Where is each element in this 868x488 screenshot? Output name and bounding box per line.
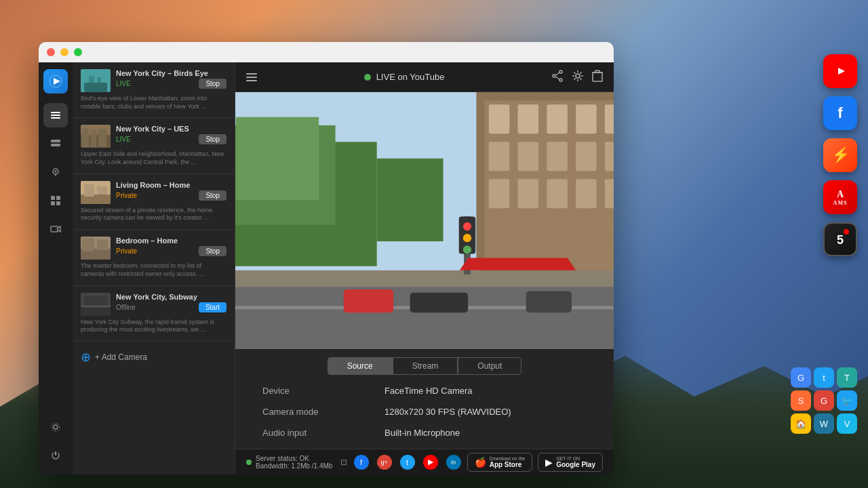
apple-store-icon: 🍎 xyxy=(475,457,486,468)
svg-rect-21 xyxy=(84,83,107,92)
camera-stop-button-0[interactable]: Stop xyxy=(199,79,226,89)
title-bar xyxy=(39,42,614,62)
camera-stop-button-3[interactable]: Stop xyxy=(199,246,226,256)
mini-google-icon[interactable]: G xyxy=(791,367,811,388)
svg-rect-12 xyxy=(51,196,55,200)
camera-item-4[interactable]: New York City, Subway Offline Start New … xyxy=(73,286,235,342)
camera-item-1[interactable]: New York City – UES LIVE Stop Upper East… xyxy=(73,118,235,174)
sidebar-settings-icon[interactable] xyxy=(43,415,68,439)
camera-desc-1: Upper East Side and neighborhood, Manhat… xyxy=(81,150,226,166)
social-facebook-icon[interactable]: f xyxy=(354,455,369,470)
svg-line-44 xyxy=(555,73,559,75)
bandwidth-text: Bandwidth: 1.2Mb /1.4Mb xyxy=(256,462,332,470)
mini-twitter-icon[interactable]: 🐦 xyxy=(837,390,857,411)
svg-rect-7 xyxy=(51,140,60,142)
camera-name-3: Bedroom – Home xyxy=(116,237,226,245)
lightning-dock-icon[interactable]: ⚡ xyxy=(823,138,857,172)
maximize-button[interactable] xyxy=(74,48,82,56)
camera-start-button-4[interactable]: Start xyxy=(199,302,226,312)
social-youtube-icon[interactable]: ▶ xyxy=(423,455,438,470)
social-twitter-icon[interactable]: t xyxy=(400,455,415,470)
sidebar-layers-icon[interactable] xyxy=(43,131,68,156)
device-value: FaceTime HD Camera xyxy=(384,386,587,396)
device-label: Device xyxy=(262,386,384,396)
camera-thumb-3 xyxy=(81,237,111,260)
mini-yellow-icon[interactable]: 🏠 xyxy=(791,413,811,434)
camera-item-3[interactable]: Bedroom – Home Private Stop The master b… xyxy=(73,230,235,285)
social-linkedin-icon[interactable]: in xyxy=(446,455,461,470)
close-button[interactable] xyxy=(47,48,55,56)
tab-output-button[interactable]: Output xyxy=(458,357,521,375)
svg-rect-76 xyxy=(235,270,614,287)
svg-rect-61 xyxy=(547,104,568,134)
delete-icon[interactable] xyxy=(592,70,603,85)
svg-rect-35 xyxy=(82,238,94,251)
tab-stream-button[interactable]: Stream xyxy=(393,357,458,375)
share-icon[interactable] xyxy=(551,70,564,85)
svg-rect-78 xyxy=(410,293,469,312)
mini-g2-icon[interactable]: G xyxy=(814,390,834,411)
mini-t2-icon[interactable]: T xyxy=(837,367,857,388)
apple-app-store-button[interactable]: 🍎 Download on the App Store xyxy=(467,453,533,472)
mini-tumblr-icon[interactable]: t xyxy=(814,367,834,388)
minimize-button[interactable] xyxy=(60,48,68,56)
svg-rect-69 xyxy=(489,179,510,208)
device-info: Device FaceTime HD Camera Camera mode 12… xyxy=(235,375,614,449)
mini-s-icon[interactable]: S xyxy=(791,390,811,411)
sidebar-grid-icon[interactable] xyxy=(43,188,68,213)
status-bar: Server status: OK Bandwidth: 1.2Mb /1.4M… xyxy=(235,449,614,474)
bandwidth-icon: ⊡ xyxy=(340,458,347,467)
camera-stop-button-2[interactable]: Stop xyxy=(199,190,226,201)
app-window: New York City – Birds Eye LIVE Stop Bird… xyxy=(39,42,614,474)
facebook-dock-icon[interactable]: f xyxy=(823,96,857,130)
svg-point-83 xyxy=(463,234,471,242)
youtube-dock-icon[interactable] xyxy=(823,54,857,88)
add-camera-button[interactable]: ⊕ + Add Camera xyxy=(73,342,235,373)
tab-source-button[interactable]: Source xyxy=(328,357,393,375)
mini-vimeo-icon[interactable]: V xyxy=(837,413,857,434)
menu-lines-icon[interactable] xyxy=(246,73,257,81)
social-gplus-icon[interactable]: g+ xyxy=(377,455,392,470)
sidebar-video-icon[interactable] xyxy=(43,217,68,241)
svg-rect-27 xyxy=(91,130,96,147)
svg-rect-63 xyxy=(605,104,614,134)
camera-desc-2: Secured stream of a private residence, t… xyxy=(81,207,226,222)
svg-rect-73 xyxy=(605,179,614,208)
svg-point-82 xyxy=(463,222,471,230)
svg-rect-36 xyxy=(97,239,108,250)
settings-icon[interactable] xyxy=(572,70,584,85)
svg-rect-66 xyxy=(547,142,568,171)
mini-wp-icon[interactable]: W xyxy=(814,413,834,434)
sidebar-home-icon[interactable] xyxy=(43,103,68,127)
svg-rect-68 xyxy=(605,142,614,171)
svg-rect-62 xyxy=(576,104,597,134)
svg-rect-23 xyxy=(97,77,101,83)
camera-item-2[interactable]: Living Room – Home Private Stop Secured … xyxy=(73,174,235,230)
svg-rect-55 xyxy=(236,117,319,200)
svg-rect-67 xyxy=(576,142,597,171)
bottom-panel: Source Stream Output Device FaceTime HD … xyxy=(235,349,614,474)
svg-rect-56 xyxy=(377,159,443,241)
svg-rect-13 xyxy=(56,196,60,200)
camera-stop-button-1[interactable]: Stop xyxy=(199,134,226,144)
live-indicator-dot xyxy=(364,74,371,81)
app-logo-icon[interactable] xyxy=(43,69,68,94)
svg-rect-32 xyxy=(97,186,107,195)
sidebar-power-icon[interactable] xyxy=(43,443,68,468)
camera-item-0[interactable]: New York City – Birds Eye LIVE Stop Bird… xyxy=(73,62,235,118)
svg-rect-31 xyxy=(84,184,94,197)
audio-input-value: Built-in Microphone xyxy=(384,428,587,438)
svg-marker-3 xyxy=(54,78,60,85)
google-play-button[interactable]: ▶ GET IT ON Google Play xyxy=(538,453,603,472)
svg-point-84 xyxy=(463,245,471,253)
camera-status-0: LIVE xyxy=(116,80,131,87)
five-dock-icon[interactable]: 5 xyxy=(823,222,857,256)
camera-name-1: New York City – UES xyxy=(116,125,226,133)
svg-rect-77 xyxy=(344,289,393,312)
svg-rect-28 xyxy=(98,129,106,147)
svg-point-19 xyxy=(52,423,60,431)
ams-dock-icon[interactable]: A AMS xyxy=(823,180,857,214)
svg-rect-79 xyxy=(526,291,572,312)
sidebar xyxy=(39,62,73,474)
sidebar-location-icon[interactable] xyxy=(43,160,68,184)
